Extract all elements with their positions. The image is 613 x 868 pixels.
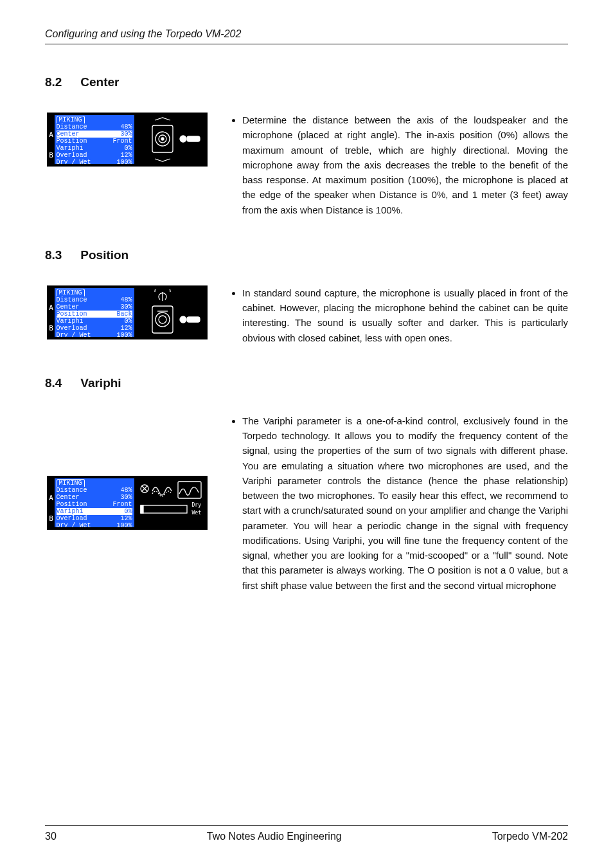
row-overload-label: Overload: [57, 325, 87, 332]
page-number: 30: [45, 831, 57, 842]
row-drywet-label: Dry / Wet: [57, 159, 91, 164]
row-position-val: Back: [116, 311, 132, 318]
channel-b-label: B: [49, 324, 54, 332]
footer-rule: [45, 825, 568, 826]
section-8-4-num: 8.4: [45, 376, 77, 390]
section-8-3-num: 8.3: [45, 248, 77, 262]
row-position-val: Front: [112, 501, 132, 508]
section-8-4-name: Variphi: [80, 376, 121, 390]
lcd-title: MIKING: [57, 479, 85, 487]
row-overload-val: 12%: [120, 325, 132, 332]
header-rule: [45, 44, 568, 44]
dry-label: Dry: [191, 502, 201, 508]
row-distance-label: Distance: [57, 487, 87, 494]
row-overload-label: Overload: [57, 515, 87, 522]
row-variphi-label: Variphi: [57, 508, 84, 515]
lcd-screen: MIKING Distance48% Center30% PositionFro…: [55, 478, 134, 527]
row-drywet-label: Dry / Wet: [57, 522, 91, 527]
row-drywet-label: Dry / Wet: [57, 332, 91, 337]
svg-point-8: [155, 312, 170, 327]
row-position-val: Front: [112, 138, 132, 145]
row-center-val: 30%: [120, 494, 132, 501]
row-overload-val: 12%: [120, 152, 132, 159]
svg-rect-12: [187, 317, 200, 322]
row-distance-label: Distance: [57, 123, 87, 131]
row-overload-val: 12%: [120, 515, 132, 522]
running-header: Configuring and using the Torpedo VM-202: [45, 28, 568, 40]
row-drywet-val: 100%: [116, 159, 132, 164]
section-8-2-bullet: Determine the distance between the axis …: [242, 113, 568, 217]
row-variphi-label: Variphi: [57, 318, 84, 325]
row-drywet-val: 100%: [116, 332, 132, 337]
footer-center: Two Notes Audio Engineering: [207, 831, 342, 842]
variphi-diagram-icon: Dry Wet: [138, 480, 204, 526]
row-center-label: Center: [57, 494, 80, 501]
row-variphi-val: 0%: [124, 508, 132, 515]
lcd-title: MIKING: [57, 116, 85, 123]
wet-label: Wet: [191, 510, 201, 516]
speaker-mic-back-diagram-icon: [138, 289, 204, 336]
row-overload-label: Overload: [57, 152, 87, 159]
svg-point-9: [159, 316, 166, 323]
lcd-title: MIKING: [57, 289, 85, 296]
channel-b-label: B: [49, 514, 54, 523]
row-variphi-val: 0%: [124, 318, 132, 325]
row-distance-label: Distance: [57, 296, 87, 303]
row-center-val: 30%: [120, 131, 132, 138]
lcd-screen: MIKING Distance48% Center30% PositionFro…: [55, 115, 134, 164]
row-drywet-val: 100%: [116, 522, 132, 527]
row-variphi-label: Variphi: [57, 145, 84, 152]
section-8-2-num: 8.2: [45, 75, 77, 89]
lcd-screen: MIKING Distance48% Center30% PositionBac…: [55, 288, 134, 337]
row-distance-val: 48%: [120, 296, 132, 303]
section-8-3-name: Position: [80, 248, 129, 262]
svg-rect-5: [187, 136, 200, 141]
svg-point-3: [161, 138, 164, 140]
footer-right: Torpedo VM-202: [492, 831, 568, 842]
row-center-val: 30%: [120, 303, 132, 311]
miking-fig-center: A B MIKING Distance48% Center30% Positio…: [47, 113, 208, 167]
miking-fig-variphi: A B MIKING Distance48% Center30% Positio…: [47, 476, 208, 530]
channel-a-label: A: [49, 494, 54, 502]
row-position-label: Position: [57, 501, 87, 508]
channel-a-label: A: [49, 131, 54, 139]
channel-a-label: A: [49, 303, 54, 312]
miking-fig-position: A B MIKING Distance48% Center30% Positio…: [47, 285, 208, 339]
section-8-3-bullet: In standard sound capture, the microphon…: [242, 285, 568, 345]
section-8-2-name: Center: [80, 75, 119, 89]
row-position-label: Position: [57, 311, 87, 318]
svg-rect-17: [141, 505, 187, 513]
row-distance-val: 48%: [120, 487, 132, 494]
section-8-4-bullet: The Variphi parameter is a one-of-a-kind…: [242, 413, 568, 593]
section-8-3-title: 8.3 Position: [45, 248, 568, 262]
row-center-label: Center: [57, 131, 80, 138]
row-center-label: Center: [57, 303, 80, 311]
row-variphi-val: 0%: [124, 145, 132, 152]
section-8-2-title: 8.2 Center: [45, 75, 568, 89]
svg-point-11: [180, 316, 186, 323]
svg-rect-18: [141, 505, 143, 513]
channel-b-label: B: [49, 151, 54, 159]
svg-point-4: [180, 136, 186, 142]
speaker-mic-diagram-icon: [138, 116, 204, 163]
section-8-4-title: 8.4 Variphi: [45, 376, 568, 390]
row-position-label: Position: [57, 138, 87, 145]
row-distance-val: 48%: [120, 123, 132, 131]
